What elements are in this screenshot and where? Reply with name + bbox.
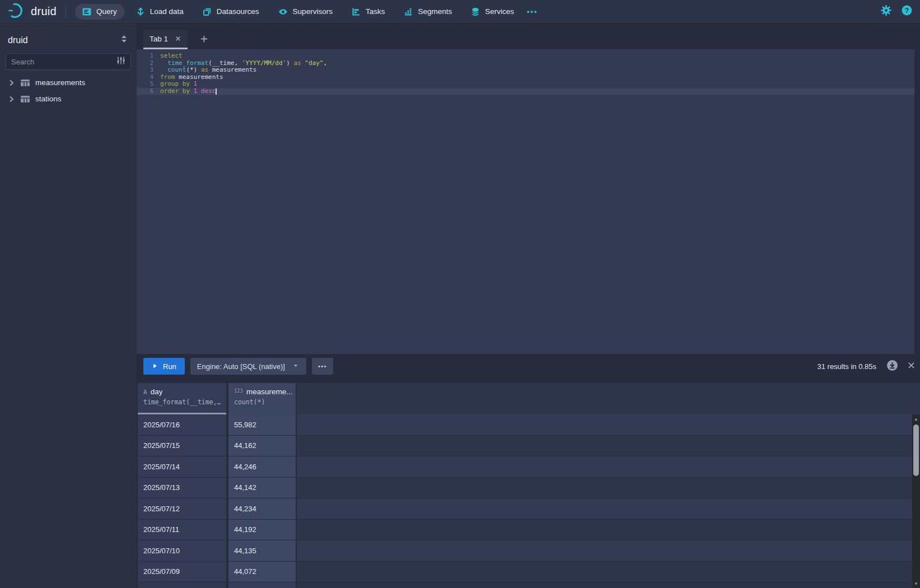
- results-header: Adaytime_format(__time,…123measureme...c…: [138, 383, 920, 414]
- download-results-button[interactable]: [886, 360, 898, 374]
- column-header-2[interactable]: 123measureme...count(*): [228, 383, 296, 414]
- query-tabbar: Tab 1: [137, 24, 920, 49]
- cell-measurements[interactable]: 44,162: [228, 436, 296, 456]
- search-filter-button[interactable]: [116, 56, 125, 67]
- code-line-4: 4from measurements: [137, 74, 914, 81]
- tab-tab1[interactable]: Tab 1: [143, 30, 188, 49]
- engine-select-label: Engine: Auto [SQL (native)]: [197, 362, 285, 371]
- bar-chart-icon: [404, 7, 413, 16]
- cell-day[interactable]: 2025/07/14: [138, 456, 226, 477]
- filter-sliders-icon: [116, 56, 125, 65]
- cell-measurements[interactable]: 55,982: [228, 414, 296, 435]
- close-icon: [175, 35, 181, 42]
- cell-measurements[interactable]: 44,246: [228, 456, 296, 477]
- table-row: 2025/07/1244,234: [138, 498, 920, 520]
- scrollbar-thumb[interactable]: [913, 424, 919, 476]
- cell-day[interactable]: 2025/07/16: [138, 414, 226, 435]
- run-button[interactable]: Run: [143, 358, 185, 375]
- play-icon: [152, 363, 158, 369]
- sidebar-search: [6, 53, 131, 70]
- tab-close-button[interactable]: [175, 34, 181, 44]
- code-line-3: 3 count(*) as measurements: [137, 67, 914, 74]
- cell-measurements[interactable]: 44,072: [228, 562, 296, 582]
- add-tab-button[interactable]: [197, 30, 212, 49]
- table-row: 2025/07/1655,982: [138, 414, 920, 436]
- nav-item-datasources[interactable]: Datasources: [195, 4, 267, 20]
- nav-item-label: Load data: [150, 7, 184, 16]
- results-info: 31 results in 0.85s: [817, 362, 876, 371]
- table-row-partial: [138, 582, 920, 588]
- column-type-icon: A: [143, 389, 147, 396]
- close-results-button[interactable]: [907, 361, 916, 372]
- sql-editor[interactable]: 1select2 time_format(__time, 'YYYY/MM/dd…: [137, 49, 914, 354]
- table-name: measurements: [35, 78, 85, 87]
- row-filler: [297, 540, 920, 561]
- upload-icon: [136, 7, 145, 16]
- scrollbar-down-arrow[interactable]: ▼: [912, 580, 920, 587]
- column-header-1[interactable]: Adaytime_format(__time,…: [138, 383, 226, 414]
- nav-item-label: Services: [485, 7, 514, 16]
- nav-item-query[interactable]: Query: [75, 4, 124, 20]
- nav-item-segments[interactable]: Segments: [396, 4, 459, 20]
- cell-day[interactable]: 2025/07/15: [138, 436, 226, 456]
- row-filler: [297, 498, 920, 519]
- sidebar-table-measurements[interactable]: measurements: [0, 74, 137, 91]
- cell-measurements[interactable]: 44,234: [228, 498, 296, 519]
- stack-icon: [203, 7, 212, 16]
- nav-item-tasks[interactable]: Tasks: [344, 4, 393, 20]
- nav-item-services[interactable]: Services: [464, 4, 521, 20]
- line-number: 6: [137, 88, 153, 95]
- results-table: Adaytime_format(__time,…123measureme...c…: [138, 383, 920, 588]
- nav-item-supervisors[interactable]: Supervisors: [271, 4, 340, 20]
- table-icon: [20, 78, 30, 87]
- table-row: 2025/07/0944,072: [138, 562, 920, 583]
- database-icon: [471, 7, 480, 16]
- cell-day[interactable]: 2025/07/09: [138, 562, 226, 582]
- settings-gear-button[interactable]: [881, 5, 891, 18]
- table-tree: measurementsstations: [0, 74, 137, 107]
- help-icon: ?: [902, 5, 912, 16]
- run-more-button[interactable]: •••: [312, 358, 333, 375]
- plus-icon: [200, 35, 208, 43]
- double-caret-vertical-icon: [120, 35, 128, 43]
- row-filler: [297, 520, 920, 540]
- download-icon: [886, 360, 898, 371]
- cell-day[interactable]: 2025/07/11: [138, 520, 226, 540]
- cell-measurements: [228, 582, 296, 588]
- column-name: measureme...: [246, 388, 293, 396]
- cell-measurements[interactable]: 44,142: [228, 478, 296, 498]
- cell-day: [138, 582, 226, 588]
- header-filler: [297, 383, 920, 414]
- results-scrollbar[interactable]: ▲ ▼: [912, 414, 920, 588]
- nav-item-load-data[interactable]: Load data: [129, 4, 191, 20]
- caret-down-icon: [292, 362, 300, 370]
- table-row: 2025/07/1544,162: [138, 436, 920, 457]
- close-x-icon: [907, 361, 916, 370]
- nav-items: QueryLoad dataDatasourcesSupervisorsTask…: [75, 4, 521, 20]
- engine-select[interactable]: Engine: Auto [SQL (native)]: [190, 358, 306, 375]
- search-input[interactable]: [11, 58, 116, 66]
- nav-item-label: Datasources: [217, 7, 259, 16]
- nav-item-label: Segments: [418, 7, 452, 16]
- gear-icon: [881, 5, 891, 16]
- cell-day[interactable]: 2025/07/13: [138, 478, 226, 498]
- schema-selector[interactable]: druid: [0, 29, 137, 50]
- cell-measurements[interactable]: 44,135: [228, 540, 296, 561]
- scrollbar-up-arrow[interactable]: ▲: [912, 415, 920, 423]
- cell-day[interactable]: 2025/07/10: [138, 540, 226, 561]
- druid-logo-icon: [7, 2, 26, 19]
- help-button[interactable]: ?: [902, 5, 912, 18]
- cell-measurements[interactable]: 44,192: [228, 520, 296, 540]
- cell-day[interactable]: 2025/07/12: [138, 498, 226, 519]
- brand[interactable]: druid: [7, 2, 57, 21]
- results-body: 2025/07/1655,9822025/07/1544,1622025/07/…: [138, 414, 920, 588]
- sidebar-table-stations[interactable]: stations: [0, 91, 137, 107]
- run-button-label: Run: [163, 362, 176, 371]
- row-filler: [297, 562, 920, 582]
- nav-more-button[interactable]: •••: [521, 4, 544, 19]
- chevron-right-icon: [7, 78, 16, 87]
- chevron-right-icon: [7, 95, 16, 104]
- nav-item-label: Tasks: [366, 7, 385, 16]
- nav-divider: [66, 6, 66, 18]
- svg-text:?: ?: [905, 7, 909, 15]
